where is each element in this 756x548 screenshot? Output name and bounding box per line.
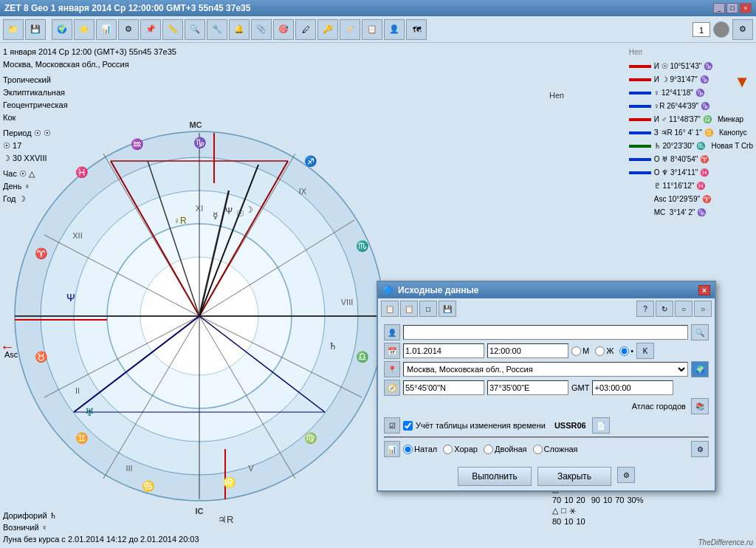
planet-row-venus: ♀ 12°41'18" ♑ — [629, 86, 753, 99]
planet-row-saturn: ♄ 20°23'30" ♏ Новая T Crb — [629, 140, 753, 152]
atlas-label: Атлас городов — [632, 402, 686, 411]
svg-text:♑: ♑ — [193, 137, 207, 149]
toolbar-clip[interactable]: 📎 — [251, 19, 272, 40]
atlas-btn[interactable]: 📚 — [691, 398, 709, 414]
location-icon: 📍 — [384, 361, 400, 377]
toolbar-person[interactable]: 👤 — [384, 19, 405, 40]
dialog-body: 👤 🔍 📅 М Ж • K 📍 — [378, 319, 715, 462]
chart-datetime: 1 января 2014 Ср 12:00 (GMT+3) 55n45 37e… — [3, 46, 176, 58]
moon-void: Луна без курса с 2.01.2014 14:12 до 2.01… — [3, 533, 199, 545]
dialog-close-btn[interactable]: × — [698, 285, 710, 295]
bottom-info: Дорифорий ♄ Возничий ♀ Луна без курса с … — [3, 510, 199, 545]
radio-natal[interactable]: Натал — [403, 445, 437, 454]
toolbar-circle[interactable] — [713, 21, 729, 38]
location-select[interactable]: Москва, Московская обл., Россия — [403, 362, 688, 377]
svg-text:♉: ♉ — [35, 351, 48, 363]
toolbar-target[interactable]: 🎯 — [273, 19, 294, 40]
atlas-row: Атлас городов 📚 — [384, 398, 709, 414]
dialog-new-btn[interactable]: □ — [419, 301, 437, 317]
timezone-checkbox[interactable] — [403, 421, 413, 431]
planet-row-mars2: И ♂ 11°48'37" ♎ Минкар — [629, 113, 753, 126]
svg-text:XI: XI — [196, 204, 203, 213]
toolbar-key[interactable]: 🔑 — [317, 19, 338, 40]
execute-button[interactable]: Выполнить — [458, 467, 532, 486]
radio-m[interactable]: М — [571, 346, 589, 356]
radio-u[interactable]: • — [619, 346, 633, 356]
checkbox-label: Учёт таблицы изменения времени — [416, 421, 546, 430]
toolbar-ruler[interactable]: 📏 — [162, 19, 183, 40]
title-text: ZET 8 Geo 1 января 2014 Ср 12:00:00 GMT+… — [4, 3, 250, 13]
svg-text:☽: ☽ — [245, 205, 253, 215]
svg-text:IX: IX — [299, 187, 307, 196]
grid-row3: △ □ ⚹ — [552, 506, 753, 516]
dialog-title: Исходные данные — [398, 285, 479, 295]
planet-row-mars: ♀R 26°44'39" ♑ — [629, 100, 753, 112]
tz-file-btn[interactable]: 📄 — [592, 417, 610, 434]
toolbar-list[interactable]: 📋 — [362, 19, 382, 40]
toolbar-map[interactable]: 🗺 — [406, 19, 427, 40]
window-controls[interactable]: _ □ × — [713, 3, 752, 13]
dialog-save-btn[interactable]: 💾 — [439, 301, 456, 317]
toolbar-planet[interactable]: 🪐 — [340, 19, 360, 40]
toolbar-pin[interactable]: 📌 — [140, 19, 161, 40]
svg-text:Ψ: Ψ — [225, 206, 233, 216]
toolbar-chart[interactable]: 📊 — [96, 19, 117, 40]
maximize-btn[interactable]: □ — [726, 3, 738, 13]
date-input[interactable] — [403, 343, 484, 358]
close-button[interactable]: Закрыть — [537, 467, 611, 486]
toolbar-settings[interactable]: ⚙ — [118, 19, 139, 40]
radio-double[interactable]: Двойная — [484, 445, 527, 454]
datetime-action-btn[interactable]: K — [636, 343, 654, 359]
svg-text:Ψ: Ψ — [66, 292, 75, 304]
time-input[interactable] — [487, 343, 568, 358]
nep-header: Неп — [549, 91, 564, 100]
svg-text:♐: ♐ — [304, 155, 317, 168]
dialog-reload-btn[interactable]: ↻ — [656, 301, 673, 317]
aspect-line-mars — [629, 105, 651, 108]
svg-text:♍: ♍ — [304, 432, 317, 445]
toolbar-globe[interactable]: 🌍 — [52, 19, 72, 40]
toolbar-config[interactable]: 🔧 — [207, 19, 227, 40]
toolbar-search[interactable]: 🔍 — [185, 19, 205, 40]
toolbar-star[interactable]: ⭐ — [74, 19, 94, 40]
dialog-radio1-btn[interactable]: ○ — [675, 301, 693, 317]
chart-type-action-btn[interactable]: ⚙ — [691, 441, 709, 457]
name-action-btn[interactable]: 🔍 — [691, 324, 709, 340]
location-action-btn[interactable]: 🌍 — [691, 361, 709, 377]
dialog-radio2-btn[interactable]: ○ — [694, 301, 712, 317]
lon-input[interactable] — [487, 380, 568, 395]
footer-action-btn[interactable]: ⚙ — [617, 467, 635, 483]
datetime-row: 📅 М Ж • K — [384, 343, 709, 359]
dialog-help-btn[interactable]: ? — [636, 301, 654, 317]
toolbar-right-btn[interactable]: ⚙ — [732, 19, 753, 40]
dialog-copy-btn[interactable]: 📋 — [381, 301, 399, 317]
aspect-line-uranus — [629, 158, 651, 161]
radio-horar[interactable]: Хорар — [443, 445, 478, 454]
lat-input[interactable] — [403, 380, 484, 395]
svg-text:V: V — [248, 464, 254, 473]
counter-display[interactable]: 1 — [693, 22, 710, 37]
aspect-line-neptune — [629, 171, 651, 174]
planet-row-asc: Asc 10°29'59" ♈ — [629, 193, 753, 205]
planet-row-neptune: О ♆ 3°14'11" ♓ — [629, 166, 753, 179]
gmt-input[interactable] — [592, 380, 673, 395]
toolbar-pen[interactable]: 🖊 — [295, 19, 316, 40]
dialog-paste-btn[interactable]: 📋 — [400, 301, 418, 317]
toolbar-right: 1 ⚙ — [693, 19, 753, 40]
chart-type-icon: 📊 — [384, 441, 400, 457]
svg-text:♓: ♓ — [75, 166, 89, 179]
close-btn[interactable]: × — [740, 3, 752, 13]
planet-data-table: Неп И ☉ 10°51'43" ♑ И ☽ 9°31'47" ♑ ♀ 12°… — [629, 46, 753, 219]
svg-text:VIII: VIII — [341, 298, 354, 306]
minimize-btn[interactable]: _ — [713, 3, 725, 13]
toolbar-bell[interactable]: 🔔 — [229, 19, 250, 40]
name-input[interactable] — [403, 325, 688, 340]
grid-row4: 80 10 10 — [552, 517, 753, 526]
radio-complex[interactable]: Сложная — [533, 445, 578, 454]
radio-f[interactable]: Ж — [595, 346, 614, 356]
toolbar-save[interactable]: 💾 — [25, 19, 46, 40]
svg-text:♃R: ♃R — [218, 514, 233, 525]
toolbar-new[interactable]: 📁 — [3, 19, 24, 40]
svg-text:☉: ☉ — [236, 208, 244, 219]
auriga: Возничий ♀ — [3, 521, 199, 533]
